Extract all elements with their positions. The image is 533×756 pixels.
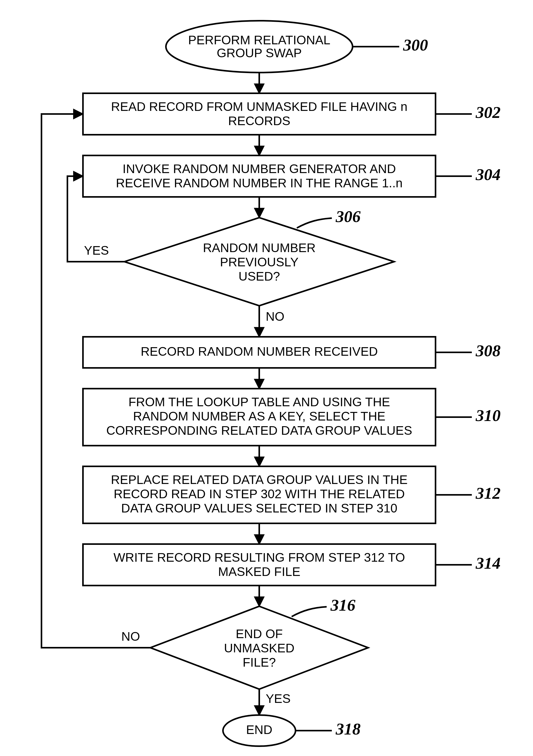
node-306-line1: RANDOM NUMBER (203, 241, 316, 255)
node-306-line2: PREVIOUSLY (220, 255, 298, 269)
ref-308: 308 (475, 341, 501, 360)
node-318-line1: END (246, 723, 272, 737)
flowchart: PERFORM RELATIONAL GROUP SWAP 300 READ R… (0, 0, 533, 756)
node-300-line1: PERFORM RELATIONAL (188, 33, 330, 47)
label-316-no: NO (121, 630, 140, 643)
node-316-line1: END OF (236, 627, 283, 641)
ref-302: 302 (475, 103, 501, 122)
ref-318: 318 (335, 720, 361, 738)
node-302-line2: RECORDS (228, 114, 290, 128)
node-306-line3: USED? (238, 269, 280, 283)
ref-306: 306 (335, 207, 361, 226)
node-310-line1: FROM THE LOOKUP TABLE AND USING THE (128, 395, 390, 409)
ref-leader-316 (292, 607, 327, 617)
ref-300: 300 (403, 36, 428, 54)
node-304-line1: INVOKE RANDOM NUMBER GENERATOR AND (123, 162, 396, 176)
ref-304: 304 (475, 165, 501, 184)
node-300-line2: GROUP SWAP (217, 46, 302, 60)
label-316-yes: YES (266, 692, 291, 706)
node-316-line2: UNMASKED (224, 641, 295, 655)
ref-leader-306 (297, 218, 332, 228)
ref-316: 316 (330, 596, 355, 614)
label-306-no: NO (266, 310, 284, 323)
ref-310: 310 (475, 406, 501, 425)
node-312-line3: DATA GROUP VALUES SELECTED IN STEP 310 (121, 501, 397, 515)
label-306-yes: YES (84, 244, 109, 257)
node-310-line3: CORRESPONDING RELATED DATA GROUP VALUES (106, 423, 412, 437)
ref-312: 312 (475, 484, 501, 502)
node-304-line2: RECEIVE RANDOM NUMBER IN THE RANGE 1..n (116, 176, 403, 190)
node-316-line3: FILE? (243, 656, 276, 669)
node-308-line1: RECORD RANDOM NUMBER RECEIVED (141, 344, 378, 358)
ref-314: 314 (475, 554, 501, 572)
node-314-line2: MASKED FILE (218, 565, 300, 579)
node-312-line2: RECORD READ IN STEP 302 WITH THE RELATED (114, 487, 405, 501)
node-312-line1: REPLACE RELATED DATA GROUP VALUES IN THE (111, 473, 407, 487)
node-302-line1: READ RECORD FROM UNMASKED FILE HAVING n (111, 100, 407, 114)
node-314-line1: WRITE RECORD RESULTING FROM STEP 312 TO (114, 551, 405, 564)
node-310-line2: RANDOM NUMBER AS A KEY, SELECT THE (133, 409, 385, 423)
